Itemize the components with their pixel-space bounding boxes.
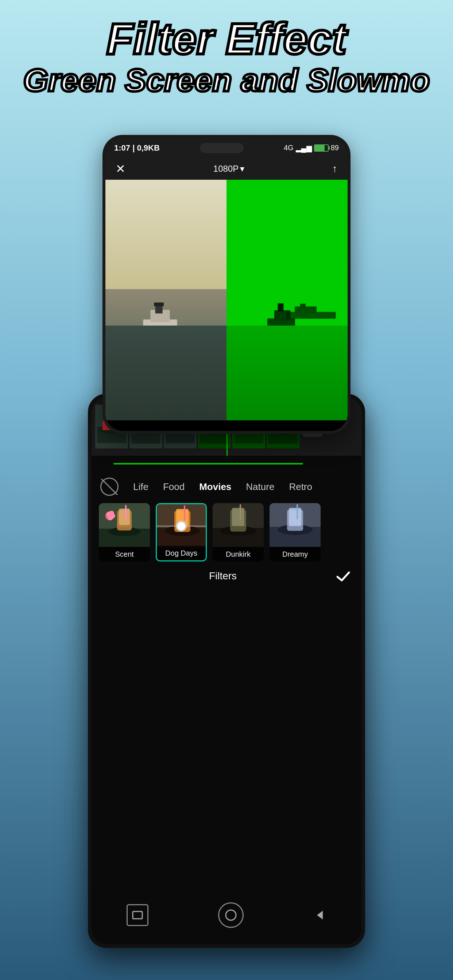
svg-rect-6	[154, 302, 164, 306]
svg-rect-83	[133, 912, 142, 919]
phone-top: 1:07 | 0,9KB 4G ▂▄▆ 89 ✕ 1080P ▾ ↑	[102, 135, 351, 434]
export-button[interactable]: ↑	[332, 163, 337, 175]
filter-dunkirk[interactable]: Dunkirk	[213, 503, 264, 562]
filters-footer: Filters	[91, 565, 362, 587]
adjustment-dot[interactable]	[176, 520, 187, 531]
circle-icon	[224, 908, 238, 922]
filter-dreamy[interactable]: Dreamy	[270, 503, 321, 562]
category-tabs: Life Food Movies Nature Retro	[91, 474, 362, 500]
svg-rect-76	[239, 504, 241, 520]
svg-marker-85	[317, 911, 323, 920]
header-line2: Green Screen and Slowmo	[0, 63, 453, 98]
category-tab-food[interactable]: Food	[163, 481, 185, 493]
no-filter-button[interactable]	[100, 477, 118, 496]
filter-dog-days[interactable]: Dog Days	[156, 503, 207, 562]
filter-panel: Life Food Movies Nature Retro	[91, 456, 362, 594]
scent-preview	[99, 503, 150, 547]
svg-rect-59	[125, 505, 126, 520]
phone-bottom: + Life Food Movies Nature Retro	[88, 394, 365, 948]
status-bar: 1:07 | 0,9KB 4G ▂▄▆ 89	[105, 138, 348, 158]
filters-label: Filters	[91, 570, 332, 582]
filter-dreamy-label: Dreamy	[270, 547, 321, 562]
signal-bars: ▂▄▆	[296, 144, 312, 153]
check-icon	[335, 567, 352, 585]
status-right-icons: 4G ▂▄▆ 89	[284, 144, 339, 153]
filter-scent-label: Scent	[99, 547, 150, 562]
video-green-screen	[226, 180, 348, 420]
toolbar: ✕ 1080P ▾ ↑	[105, 158, 348, 180]
video-preview	[105, 180, 348, 420]
svg-point-64	[108, 515, 113, 520]
filter-dog-days-label: Dog Days	[157, 546, 206, 560]
confirm-button[interactable]	[332, 565, 354, 587]
navigation-bar	[91, 897, 362, 933]
filter-dunkirk-label: Dunkirk	[213, 547, 264, 562]
video-original	[105, 180, 226, 420]
battery-percent: 89	[331, 144, 339, 152]
nav-back-button[interactable]	[313, 908, 327, 922]
resolution-selector[interactable]: 1080P ▾	[214, 164, 244, 174]
dunkirk-preview	[213, 503, 264, 547]
nav-recent-apps-button[interactable]	[126, 904, 148, 926]
category-tab-retro[interactable]: Retro	[289, 481, 312, 493]
chevron-down-icon: ▾	[240, 164, 244, 174]
nav-home-button[interactable]	[218, 902, 244, 928]
back-icon	[313, 908, 327, 922]
category-tab-life[interactable]: Life	[133, 481, 148, 493]
svg-rect-82	[297, 504, 298, 520]
svg-point-84	[226, 910, 236, 920]
header-section: Filter Effect Green Screen and Slowmo	[0, 14, 453, 98]
filter-thumbnails: Scent	[99, 503, 354, 562]
filter-scent[interactable]: Scent	[99, 503, 150, 562]
dreamy-preview	[270, 503, 321, 547]
close-button[interactable]: ✕	[116, 162, 126, 176]
svg-rect-5	[155, 305, 163, 313]
svg-rect-75	[232, 508, 244, 526]
scrubber-line	[113, 463, 303, 465]
category-tab-nature[interactable]: Nature	[246, 481, 274, 493]
ship-bg-svg	[282, 304, 340, 326]
svg-rect-17	[300, 304, 306, 308]
svg-rect-70	[184, 505, 185, 520]
category-tab-movies[interactable]: Movies	[199, 481, 231, 493]
notch-area	[200, 143, 244, 153]
header-line1: Filter Effect	[0, 14, 453, 63]
svg-rect-58	[119, 509, 130, 525]
status-time-data: 1:07 | 0,9KB	[114, 143, 160, 153]
battery-icon	[314, 145, 329, 152]
square-icon	[132, 911, 143, 920]
signal-text: 4G	[284, 144, 293, 152]
svg-rect-81	[289, 508, 301, 526]
